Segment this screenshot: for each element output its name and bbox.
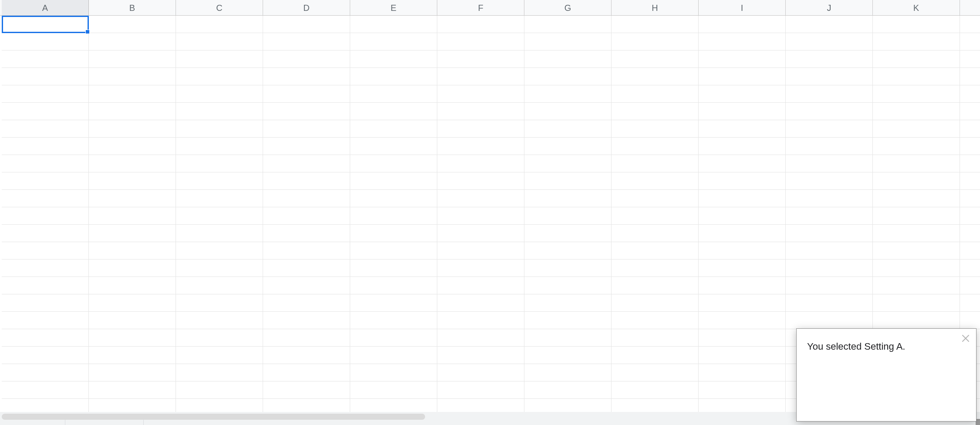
cell[interactable] — [873, 138, 960, 155]
cell[interactable] — [786, 16, 873, 33]
cell[interactable] — [2, 225, 89, 242]
cell[interactable] — [524, 138, 612, 155]
cell[interactable] — [176, 347, 263, 364]
cell[interactable] — [612, 381, 699, 399]
cell[interactable] — [873, 277, 960, 294]
cell[interactable] — [263, 68, 350, 85]
cell[interactable] — [263, 381, 350, 399]
cell[interactable] — [2, 381, 89, 399]
cell[interactable] — [2, 329, 89, 347]
cell[interactable] — [524, 277, 612, 294]
cell[interactable] — [263, 120, 350, 138]
cell[interactable] — [786, 207, 873, 225]
cell[interactable] — [960, 51, 980, 68]
cell[interactable] — [2, 51, 89, 68]
cell[interactable] — [176, 277, 263, 294]
cell[interactable] — [873, 120, 960, 138]
cell[interactable] — [437, 138, 524, 155]
cell[interactable] — [2, 68, 89, 85]
cell[interactable] — [786, 33, 873, 51]
cell[interactable] — [524, 312, 612, 329]
cell[interactable] — [263, 294, 350, 312]
cell[interactable] — [263, 329, 350, 347]
cell[interactable] — [350, 103, 437, 120]
cell[interactable] — [89, 68, 176, 85]
cell[interactable] — [350, 277, 437, 294]
cell[interactable] — [2, 242, 89, 260]
cell[interactable] — [960, 85, 980, 103]
cell[interactable] — [524, 16, 612, 33]
cell[interactable] — [176, 329, 263, 347]
cell[interactable] — [699, 277, 786, 294]
cell[interactable] — [350, 172, 437, 190]
cell[interactable] — [699, 190, 786, 207]
cell[interactable] — [350, 260, 437, 277]
cell[interactable] — [699, 120, 786, 138]
cell[interactable] — [524, 120, 612, 138]
cell[interactable] — [524, 364, 612, 381]
cell[interactable] — [176, 242, 263, 260]
cell[interactable] — [699, 364, 786, 381]
cell[interactable] — [612, 277, 699, 294]
cell[interactable] — [176, 51, 263, 68]
cell[interactable] — [873, 172, 960, 190]
column-header-k[interactable]: K — [873, 0, 960, 15]
cell[interactable] — [612, 68, 699, 85]
cell[interactable] — [437, 381, 524, 399]
cell[interactable] — [612, 85, 699, 103]
cell[interactable] — [960, 260, 980, 277]
cell[interactable] — [612, 225, 699, 242]
cell[interactable] — [873, 207, 960, 225]
horizontal-scroll-track[interactable] — [2, 414, 425, 420]
cell[interactable] — [960, 33, 980, 51]
cell[interactable] — [524, 68, 612, 85]
cell[interactable] — [350, 190, 437, 207]
cell[interactable] — [960, 138, 980, 155]
cell[interactable] — [89, 120, 176, 138]
cell[interactable] — [960, 155, 980, 172]
cell[interactable] — [89, 16, 176, 33]
cell[interactable] — [89, 312, 176, 329]
cell[interactable] — [176, 120, 263, 138]
cell[interactable] — [2, 85, 89, 103]
cell[interactable] — [873, 190, 960, 207]
cell[interactable] — [176, 85, 263, 103]
cell[interactable] — [786, 51, 873, 68]
cell[interactable] — [612, 329, 699, 347]
sheet-tab-stub[interactable] — [0, 420, 65, 425]
column-header-f[interactable]: F — [437, 0, 524, 15]
cell[interactable] — [699, 329, 786, 347]
cell[interactable] — [524, 155, 612, 172]
cell[interactable] — [612, 242, 699, 260]
cell[interactable] — [2, 347, 89, 364]
cell[interactable] — [350, 207, 437, 225]
cell[interactable] — [524, 381, 612, 399]
cell[interactable] — [263, 16, 350, 33]
cell[interactable] — [89, 364, 176, 381]
horizontal-scroll-thumb[interactable] — [2, 414, 425, 420]
cell[interactable] — [873, 242, 960, 260]
cell[interactable] — [786, 190, 873, 207]
cell[interactable] — [524, 103, 612, 120]
cell[interactable] — [263, 33, 350, 51]
cell[interactable] — [437, 207, 524, 225]
cell[interactable] — [437, 225, 524, 242]
cell[interactable] — [2, 120, 89, 138]
cell[interactable] — [89, 347, 176, 364]
cell[interactable] — [786, 172, 873, 190]
cell[interactable] — [350, 225, 437, 242]
cell[interactable] — [437, 103, 524, 120]
cell[interactable] — [786, 242, 873, 260]
cell[interactable] — [612, 172, 699, 190]
cell[interactable] — [699, 260, 786, 277]
cell[interactable] — [176, 16, 263, 33]
cell[interactable] — [524, 294, 612, 312]
cell[interactable] — [873, 260, 960, 277]
cell[interactable] — [786, 260, 873, 277]
cell[interactable] — [2, 207, 89, 225]
cell[interactable] — [89, 277, 176, 294]
cell[interactable] — [960, 172, 980, 190]
cell[interactable] — [437, 51, 524, 68]
cell[interactable] — [960, 120, 980, 138]
cell[interactable] — [176, 207, 263, 225]
